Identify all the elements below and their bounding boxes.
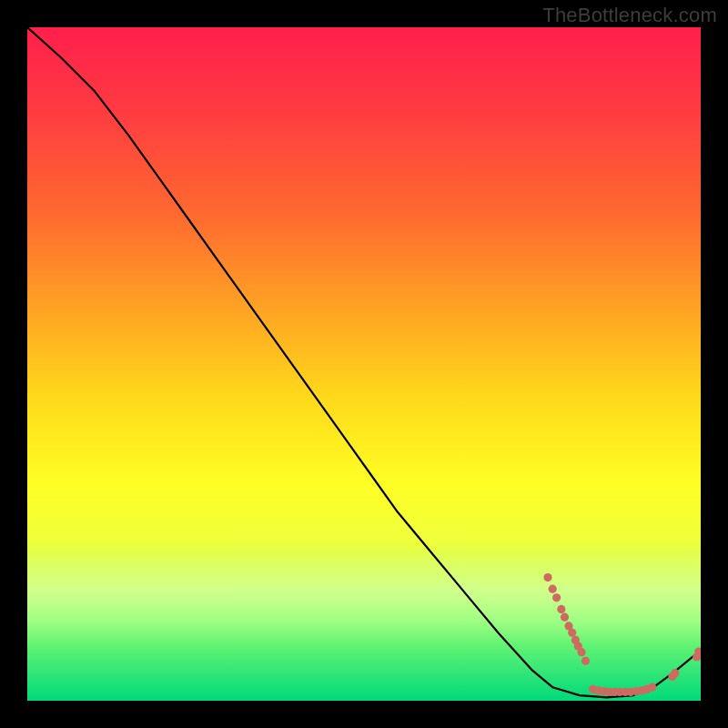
plot-area [27,27,701,701]
chart-frame: TheBottleneck.com [0,0,728,728]
bottleneck-curve [27,27,701,697]
data-point-marker [552,593,561,602]
data-point-marker [557,605,565,613]
data-point-marker [561,613,569,622]
data-point-marker [648,683,656,692]
watermark-text: TheBottleneck.com [542,4,717,27]
data-point-marker [671,669,679,677]
chart-svg [27,27,701,701]
data-point-marker [581,657,590,665]
curve-markers [543,573,701,696]
data-point-marker [568,629,576,637]
data-point-marker [543,573,551,581]
data-point-marker [549,585,557,593]
data-point-marker [577,648,585,656]
